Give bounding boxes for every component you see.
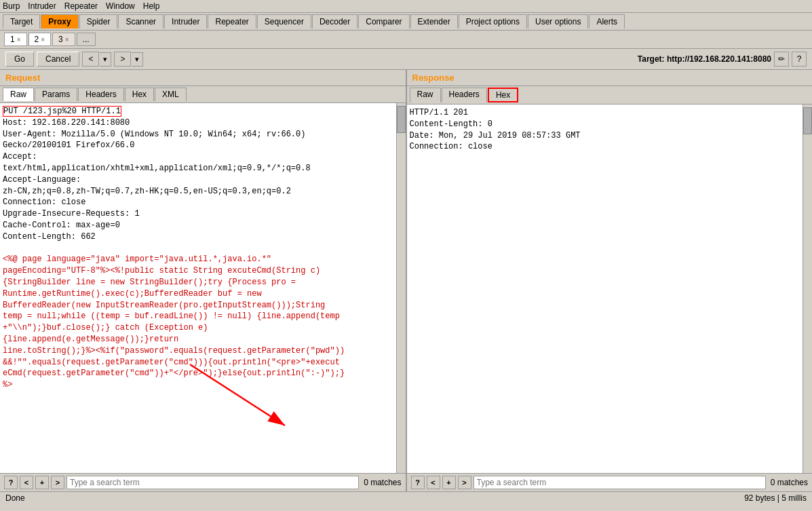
response-help-btn[interactable]: ? bbox=[411, 476, 425, 489]
menu-bar: Burp Intruder Repeater Window Help bbox=[0, 0, 812, 13]
tab-scanner[interactable]: Scanner bbox=[118, 14, 163, 29]
cancel-button[interactable]: Cancel bbox=[37, 52, 79, 67]
menu-window[interactable]: Window bbox=[106, 1, 135, 11]
menu-repeater[interactable]: Repeater bbox=[64, 1, 98, 11]
response-match-count: 0 matches bbox=[771, 478, 808, 487]
page-tab-2-label: 2 bbox=[35, 35, 39, 44]
request-bottom-bar: ? < + > 0 matches bbox=[0, 473, 406, 491]
request-prev-btn[interactable]: < bbox=[20, 476, 33, 489]
request-tab-xml[interactable]: XML bbox=[155, 88, 187, 101]
menu-intruder[interactable]: Intruder bbox=[28, 1, 56, 11]
request-scrollbar-thumb[interactable] bbox=[397, 106, 406, 133]
menu-help[interactable]: Help bbox=[143, 1, 160, 11]
target-label: Target: http://192.168.220.141:8080 bbox=[638, 54, 771, 64]
response-bottom-bar: ? < + > 0 matches bbox=[407, 473, 813, 491]
request-next-btn[interactable]: > bbox=[51, 476, 64, 489]
page-tab-3-label: 3 bbox=[58, 35, 63, 44]
response-tab-raw[interactable]: Raw bbox=[410, 88, 441, 102]
tab-spider[interactable]: Spider bbox=[79, 14, 118, 29]
edit-target-button[interactable]: ✏ bbox=[774, 52, 789, 67]
request-tab-raw[interactable]: Raw bbox=[3, 88, 34, 101]
target-info: Target: http://192.168.220.141:8080 ✏ ? bbox=[638, 52, 807, 67]
content-area: Request Raw Params Headers Hex XML PUT /… bbox=[0, 70, 812, 491]
go-button[interactable]: Go bbox=[5, 52, 34, 67]
request-header: Request bbox=[0, 70, 406, 86]
main-tab-bar: Target Proxy Spider Scanner Intruder Rep… bbox=[0, 13, 812, 31]
response-tab-hex[interactable]: Hex bbox=[488, 88, 518, 102]
response-tabs: Raw Headers Hex bbox=[407, 86, 813, 105]
page-tab-2[interactable]: 2 × bbox=[28, 33, 52, 46]
response-next-btn[interactable]: > bbox=[458, 476, 471, 489]
request-content: PUT /123.jsp%20 HTTP/1.1 Host: 192.168.2… bbox=[0, 103, 406, 473]
tab-extender[interactable]: Extender bbox=[410, 14, 458, 29]
forward-button[interactable]: > bbox=[114, 52, 131, 67]
request-tab-params[interactable]: Params bbox=[35, 88, 77, 101]
nav-back-group: < ▾ bbox=[82, 52, 111, 67]
page-tab-bar: 1 × 2 × 3 × ... bbox=[0, 31, 812, 49]
status-right: 92 bytes | 5 millis bbox=[744, 493, 807, 503]
response-panel: Response Raw Headers Hex HTTP/1.1 201 Co… bbox=[407, 70, 813, 491]
response-text[interactable]: HTTP/1.1 201 Content-Length: 0 Date: Mon… bbox=[407, 105, 803, 473]
page-tab-1-label: 1 bbox=[10, 35, 15, 44]
request-first-line: PUT /123.jsp%20 HTTP/1.1 Host: 192.168.2… bbox=[3, 106, 311, 242]
request-panel: Request Raw Params Headers Hex XML PUT /… bbox=[0, 70, 407, 491]
status-left: Done bbox=[5, 493, 25, 503]
forward-dropdown[interactable]: ▾ bbox=[132, 52, 143, 67]
tab-sequencer[interactable]: Sequencer bbox=[257, 14, 311, 29]
request-payload: <%@ page language="java" import="java.ut… bbox=[3, 254, 345, 390]
page-tab-3[interactable]: 3 × bbox=[52, 33, 75, 46]
tab-proxy[interactable]: Proxy bbox=[41, 14, 78, 29]
tab-user-options[interactable]: User options bbox=[528, 14, 588, 29]
request-tabs: Raw Params Headers Hex XML bbox=[0, 86, 406, 103]
tab-target[interactable]: Target bbox=[3, 14, 40, 29]
page-tab-2-close[interactable]: × bbox=[41, 36, 45, 43]
tab-alerts[interactable]: Alerts bbox=[589, 14, 625, 29]
response-prev-btn[interactable]: < bbox=[427, 476, 440, 489]
back-dropdown[interactable]: ▾ bbox=[100, 52, 111, 67]
back-button[interactable]: < bbox=[82, 52, 99, 67]
request-add-btn[interactable]: + bbox=[35, 476, 49, 489]
request-match-count: 0 matches bbox=[364, 478, 401, 487]
page-tab-3-close[interactable]: × bbox=[65, 36, 69, 43]
nav-forward-group: > ▾ bbox=[114, 52, 143, 67]
page-tab-more[interactable]: ... bbox=[77, 33, 96, 46]
tab-comparer[interactable]: Comparer bbox=[358, 14, 409, 29]
response-add-btn[interactable]: + bbox=[442, 476, 456, 489]
response-scrollbar-thumb[interactable] bbox=[803, 107, 812, 134]
response-header: Response bbox=[407, 70, 813, 86]
request-text[interactable]: PUT /123.jsp%20 HTTP/1.1 Host: 192.168.2… bbox=[0, 103, 396, 473]
menu-burp[interactable]: Burp bbox=[3, 1, 20, 11]
response-content: HTTP/1.1 201 Content-Length: 0 Date: Mon… bbox=[407, 105, 813, 473]
toolbar: Go Cancel < ▾ > ▾ Target: http://192.168… bbox=[0, 49, 812, 70]
response-search-input[interactable] bbox=[473, 476, 766, 489]
request-help-btn[interactable]: ? bbox=[4, 476, 18, 489]
help-target-button[interactable]: ? bbox=[792, 52, 807, 67]
request-search-input[interactable] bbox=[66, 476, 359, 489]
page-tab-1-close[interactable]: × bbox=[17, 36, 21, 43]
tab-project-options[interactable]: Project options bbox=[459, 14, 527, 29]
request-tab-headers[interactable]: Headers bbox=[78, 88, 123, 101]
tab-intruder[interactable]: Intruder bbox=[164, 14, 207, 29]
request-scrollbar[interactable] bbox=[396, 103, 406, 473]
response-tab-headers[interactable]: Headers bbox=[442, 88, 487, 102]
response-scrollbar[interactable] bbox=[803, 105, 812, 473]
request-tab-hex[interactable]: Hex bbox=[125, 88, 154, 101]
tab-decoder[interactable]: Decoder bbox=[312, 14, 357, 29]
status-bar: Done 92 bytes | 5 millis bbox=[0, 491, 812, 504]
page-tab-1[interactable]: 1 × bbox=[4, 33, 27, 46]
tab-repeater[interactable]: Repeater bbox=[208, 14, 256, 29]
